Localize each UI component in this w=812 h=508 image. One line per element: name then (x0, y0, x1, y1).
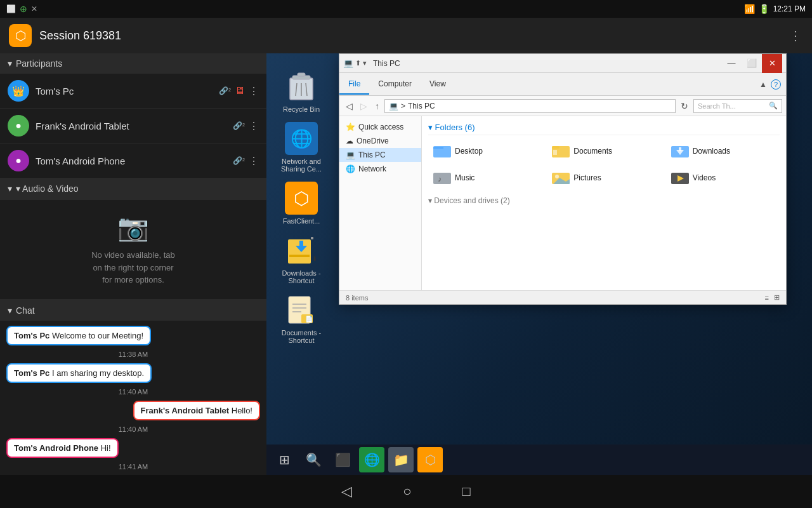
fastconnect-button[interactable]: ⬡ (417, 447, 443, 472)
folder-label-documents: Documents (573, 147, 612, 156)
explorer-sidebar: ⭐ Quick access ☁ OneDrive 💻 This PC 🌐 Ne… (339, 116, 422, 290)
explorer-main: ▾ Folders (6) Desktop Documents Download… (422, 116, 786, 290)
back-nav-button[interactable]: ◁ (341, 483, 352, 500)
svg-rect-26 (679, 147, 681, 151)
title-icon-3[interactable]: ▾ (363, 59, 367, 67)
ribbon-tab-computer[interactable]: Computer (369, 74, 421, 95)
search-bar[interactable]: Search Th... 🔍 (693, 99, 782, 113)
avatar-toms-phone: ● (8, 150, 29, 171)
explorer-body: ⭐ Quick access ☁ OneDrive 💻 This PC 🌐 Ne… (339, 116, 786, 290)
taskview-button[interactable]: ⬛ (330, 447, 355, 472)
address-bar[interactable]: 💻 > This PC (384, 99, 676, 113)
sidebar-network[interactable]: 🌐 Network (339, 162, 421, 176)
folder-music[interactable]: ♪ Music (428, 167, 542, 189)
no-video-text: No video available, tabon the right top … (91, 249, 175, 286)
ribbon-chevron-up[interactable]: ▲ (759, 80, 767, 89)
chat-label: Chat (16, 305, 35, 316)
svg-rect-20 (433, 147, 443, 149)
svg-rect-10 (311, 237, 313, 239)
taskbar-icon-recycle-bin[interactable]: Recycle Bin (273, 66, 330, 117)
title-icon-2[interactable]: ⬆ (355, 59, 361, 67)
minimize-button[interactable]: — (721, 54, 742, 73)
folder-videos[interactable]: Videos (666, 167, 780, 189)
status-icon-3: ✕ (31, 4, 37, 13)
maximize-button[interactable]: ⬜ (742, 54, 762, 73)
folder-label-videos: Videos (693, 173, 716, 182)
back-button[interactable]: ◁ (343, 100, 355, 112)
taskbar-icon-fastclient[interactable]: ⬡ FastClient... (273, 178, 330, 229)
chat-time-3: 11:40 AM (6, 425, 260, 433)
participant-name-toms-pc: Tom's Pc (36, 86, 219, 97)
chat-time-4: 11:41 AM (6, 463, 260, 471)
header-menu-button[interactable]: ⋮ (789, 28, 803, 43)
chat-arrow: ▾ (8, 305, 12, 316)
folder-label-desktop: Desktop (455, 147, 483, 156)
chain-icon-toms-pc: 🔗² (219, 86, 231, 95)
explorer-title-path: This PC (373, 59, 719, 68)
no-video-icon: 📷 (117, 213, 149, 243)
android-nav-bar: ◁ ○ □ (0, 475, 812, 508)
chat-time-2: 11:40 AM (6, 388, 260, 396)
path-icon: 💻 (389, 102, 398, 110)
folder-pictures[interactable]: Pictures (547, 167, 660, 189)
sidebar-this-pc[interactable]: 💻 This PC (339, 148, 421, 162)
view-grid-icon[interactable]: ⊞ (774, 293, 780, 302)
participant-name-franks-tablet: Frank's Android Tablet (36, 121, 233, 131)
folder-documents[interactable]: Documents (547, 140, 660, 162)
participant-icons-toms-phone: 🔗² ⋮ (233, 155, 259, 167)
chat-section-header[interactable]: ▾ Chat (0, 300, 266, 321)
taskbar-icon-network[interactable]: 🌐 Network andSharing Ce... (273, 118, 330, 177)
participant-franks-tablet[interactable]: ● Frank's Android Tablet 🔗² ⋮ (0, 109, 266, 144)
svg-rect-8 (299, 241, 303, 248)
start-button[interactable]: ⊞ (272, 447, 297, 472)
ribbon-tab-file[interactable]: File (339, 74, 369, 95)
sidebar-quick-access[interactable]: ⭐ Quick access (339, 120, 421, 134)
downloads-icon: ⬇ (285, 234, 318, 267)
clock: 12:21 PM (773, 4, 806, 13)
explorer-nav: ◁ ▷ ↑ 💻 > This PC ↻ Search Th... 🔍 (339, 96, 786, 116)
forward-button[interactable]: ▷ (358, 100, 370, 112)
participant-toms-pc[interactable]: 👑 Tom's Pc 🔗² 🖥 ⋮ (0, 74, 266, 109)
participants-arrow: ▾ (8, 58, 12, 69)
folder-label-downloads: Downloads (693, 147, 730, 156)
quick-access-label: Quick access (358, 123, 403, 131)
more-icon-franks-tablet[interactable]: ⋮ (249, 120, 259, 132)
taskbar-icons-panel: Recycle Bin 🌐 Network andSharing Ce... ⬡… (266, 53, 336, 455)
av-label: ▾ Audio & Video (16, 184, 79, 194)
status-icon-1: ⬜ (6, 4, 16, 13)
status-icon-2: ⊕ (20, 4, 27, 14)
recent-nav-button[interactable]: □ (462, 483, 471, 500)
refresh-button[interactable]: ↻ (678, 100, 691, 112)
search-button[interactable]: 🔍 (301, 447, 326, 472)
up-button[interactable]: ↑ (372, 100, 382, 112)
taskbar-icon-documents[interactable]: 📄 Documents -Shortcut (273, 290, 330, 348)
view-list-icon[interactable]: ≡ (765, 294, 769, 302)
more-icon-toms-pc[interactable]: ⋮ (249, 85, 259, 97)
file-explorer-button[interactable]: 📁 (388, 447, 414, 472)
taskbar-icon-downloads[interactable]: ⬇ Downloads -Shortcut (273, 230, 330, 288)
taskbar-label-recycle-bin: Recycle Bin (283, 105, 320, 113)
search-icon[interactable]: 🔍 (769, 102, 778, 110)
home-nav-button[interactable]: ○ (403, 483, 411, 500)
bubble-sender-4: Tom's Android Phone (14, 443, 101, 453)
folder-downloads[interactable]: Downloads (666, 140, 780, 162)
sidebar-onedrive[interactable]: ☁ OneDrive (339, 134, 421, 148)
folder-desktop[interactable]: Desktop (428, 140, 542, 162)
title-icon-1[interactable]: 💻 (343, 58, 353, 68)
svg-rect-2 (298, 73, 305, 76)
chrome-button[interactable]: 🌐 (359, 447, 384, 472)
svg-rect-27 (433, 173, 451, 184)
more-icon-toms-phone[interactable]: ⋮ (249, 155, 259, 167)
path-separator: > (401, 102, 405, 110)
participants-section-header[interactable]: ▾ Participants (0, 53, 266, 74)
avatar-toms-pc: 👑 (8, 80, 29, 102)
av-section-header[interactable]: ▾ ▾ Audio & Video (0, 178, 266, 199)
participant-toms-phone[interactable]: ● Tom's Android Phone 🔗² ⋮ (0, 144, 266, 178)
avatar-franks-tablet: ● (8, 115, 29, 137)
search-text: Search Th... (698, 102, 736, 110)
close-button[interactable]: ✕ (762, 54, 782, 73)
devices-section-title[interactable]: ▾ Devices and drives (2) (428, 196, 780, 205)
ribbon-tab-view[interactable]: View (421, 74, 455, 95)
ribbon-help[interactable]: ? (771, 79, 781, 90)
quick-access-icon: ⭐ (346, 123, 355, 131)
